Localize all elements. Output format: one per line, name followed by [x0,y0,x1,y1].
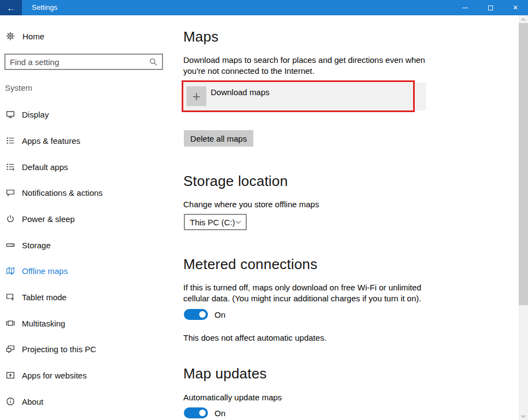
sidebar-item-offline-maps[interactable]: Offline maps [0,258,181,284]
search-input[interactable] [5,57,149,67]
default-apps-icon [5,162,15,172]
sidebar-item-power-sleep[interactable]: Power & sleep [0,206,181,232]
metered-connections-description: If this is turned off, maps only downloa… [183,282,431,304]
notifications-icon [5,188,15,197]
settings-window: ← Settings ✕ Home System [0,0,528,420]
power-icon [5,214,15,224]
window-controls: ✕ [452,0,528,15]
search-icon[interactable] [149,57,158,66]
sidebar-item-label: About [22,397,43,406]
minimize-icon [462,8,468,8]
sidebar-item-apps-features[interactable]: Apps & features [0,127,181,154]
maps-description: Download maps to search for places and g… [183,55,431,77]
gear-icon [5,31,15,41]
map-updates-description: Automatically update maps [183,392,431,403]
delete-all-maps-button[interactable]: Delete all maps [184,130,253,147]
maximize-button[interactable] [478,0,503,15]
sidebar-item-label: Power & sleep [22,214,75,224]
vertical-scrollbar [519,15,528,420]
chevron-down-icon [235,220,241,224]
scrollbar-down-arrow[interactable] [519,412,528,420]
apps-for-websites-icon [5,370,15,380]
sidebar-item-home[interactable]: Home [5,28,44,44]
page-title-maps: Maps [183,28,218,45]
storage-location-dropdown[interactable]: This PC (C:) [184,214,247,230]
info-icon [5,396,15,406]
sidebar-item-storage[interactable]: Storage [0,232,181,258]
download-maps-button[interactable]: + Download maps [183,83,426,110]
sidebar-item-label: Multitasking [22,319,65,328]
map-updates-toggle[interactable] [184,407,208,418]
download-maps-label: Download maps [211,88,270,97]
toggle-knob [199,410,206,416]
close-button[interactable]: ✕ [503,0,528,15]
sidebar-item-label: Tablet mode [22,293,67,302]
sidebar-item-notifications[interactable]: Notifications & actions [0,179,181,206]
apps-features-icon [5,136,15,145]
minimize-button[interactable] [452,0,478,15]
back-arrow-icon: ← [7,3,15,13]
sidebar-item-label: Storage [22,241,51,250]
sidebar-item-projecting[interactable]: Projecting to this PC [0,336,181,362]
storage-location-description: Change where you store offline maps [183,199,431,210]
sidebar-item-multitasking[interactable]: Multitasking [0,310,181,336]
multitasking-icon [5,318,15,328]
titlebar: ← Settings ✕ [0,0,528,15]
projecting-icon [5,344,15,354]
scrollbar-up-arrow[interactable] [519,15,528,23]
sidebar-item-apps-websites[interactable]: Apps for websites [0,362,181,388]
map-updates-title: Map updates [183,365,267,382]
dropdown-value: This PC (C:) [190,218,235,227]
sidebar-item-label: Notifications & actions [22,188,103,197]
sidebar-item-about[interactable]: About [0,388,181,415]
metered-toggle-state: On [214,310,225,319]
metered-connections-toggle[interactable] [184,309,208,320]
sidebar-section-system: System [5,83,32,92]
maximize-icon [488,5,493,10]
sidebar-item-label: Apps & features [22,136,80,145]
display-icon [5,109,15,119]
metered-connections-note: This does not affect automatic updates. [183,332,431,343]
offline-maps-icon [5,266,15,276]
sidebar-item-label: Home [22,32,44,41]
sidebar-item-label: Default apps [22,162,68,172]
sidebar-item-label: Display [22,110,49,119]
sidebar-item-display[interactable]: Display [0,101,181,127]
map-updates-toggle-state: On [214,409,225,418]
metered-connections-title: Metered connections [183,256,317,273]
sidebar-item-label: Projecting to this PC [22,345,96,354]
toggle-knob [199,311,206,318]
sidebar-item-label: Apps for websites [22,371,86,380]
window-title: Settings [32,0,57,15]
tablet-mode-icon [5,292,15,302]
sidebar-item-default-apps[interactable]: Default apps [0,154,181,180]
storage-location-title: Storage location [183,173,288,190]
storage-icon [5,240,15,250]
scrollbar-thumb[interactable] [519,23,528,305]
search-box [4,54,163,70]
plus-icon: + [187,86,206,106]
sidebar-item-label: Offline maps [22,266,68,276]
sidebar-item-tablet-mode[interactable]: Tablet mode [0,284,181,310]
back-button[interactable]: ← [0,0,22,15]
close-icon: ✕ [513,4,518,11]
